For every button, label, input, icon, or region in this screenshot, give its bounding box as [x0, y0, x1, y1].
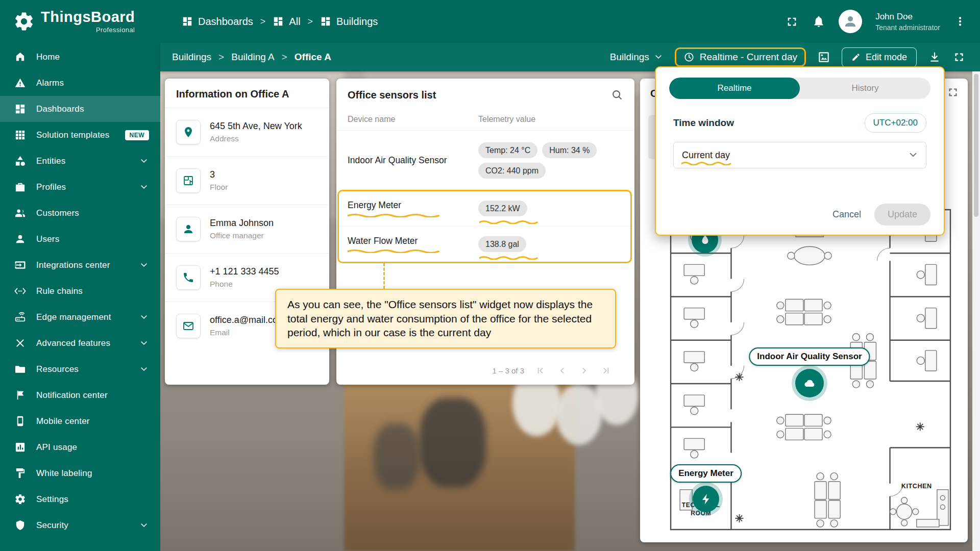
table-row-energy-meter[interactable]: Energy Meter 152.2 kW: [336, 191, 634, 227]
sidebar-item-api-usage[interactable]: API usage: [0, 434, 160, 460]
cancel-button[interactable]: Cancel: [824, 204, 869, 225]
user-role: Tenant administrator: [875, 23, 940, 32]
energy-meter-marker[interactable]: [693, 486, 719, 512]
edit-mode-button[interactable]: Edit mode: [842, 47, 917, 67]
phone-icon: [176, 265, 201, 290]
sidebar-item-advanced-features[interactable]: Advanced features: [0, 330, 160, 356]
more-menu-button[interactable]: [953, 15, 967, 28]
dashboard-crumb-buildings[interactable]: Buildings: [172, 52, 211, 63]
info-label: Office manager: [210, 231, 274, 240]
sidebar-item-users[interactable]: Users: [0, 226, 160, 252]
energy-meter-map-label[interactable]: Energy Meter: [670, 464, 742, 483]
info-value: Emma Johnson: [210, 218, 274, 229]
toolbar-actions: Buildings Realtime - Current day Edit mo…: [610, 47, 966, 67]
sidebar-item-integrations-center[interactable]: Integrations center: [0, 252, 160, 278]
widget-fullscreen-button[interactable]: [946, 86, 960, 99]
rule-chains-icon: [14, 285, 26, 297]
tutorial-squiggle: [348, 248, 442, 253]
timewindow-button[interactable]: Realtime - Current day: [675, 47, 806, 67]
sidebar-item-edge-management[interactable]: Edge management: [0, 304, 160, 330]
image-icon: [817, 51, 830, 64]
info-row-address: 645 5th Ave, New York Address: [165, 108, 329, 156]
chevron-down-icon: [139, 182, 149, 192]
mobile-phone-icon: [14, 415, 26, 427]
floor-plan-icon: [176, 168, 201, 193]
notifications-button[interactable]: [812, 15, 825, 28]
sidebar-item-customers[interactable]: Customers: [0, 200, 160, 226]
breadcrumb-dashboards[interactable]: Dashboards: [182, 16, 253, 28]
sidebar-item-label: Customers: [36, 208, 149, 218]
brand-text: ThingsBoard Professional: [41, 10, 135, 34]
tab-realtime[interactable]: Realtime: [669, 78, 800, 99]
telemetry-chips: Temp: 24 °C Hum: 34 % CO2: 440 ppm: [478, 142, 623, 179]
info-label: Email: [210, 328, 285, 337]
dashboards-icon: [14, 103, 26, 115]
device-name: Water Flow Meter: [348, 236, 478, 246]
vertical-scrollbar[interactable]: [972, 71, 980, 551]
sidebar-item-rule-chains[interactable]: Rule chains: [0, 278, 160, 304]
sidebar-item-mobile-center[interactable]: Mobile center: [0, 408, 160, 434]
clock-icon: [683, 52, 695, 63]
dashboard-fullscreen-button[interactable]: [952, 51, 966, 64]
breadcrumb-all[interactable]: All: [273, 16, 300, 28]
tab-history[interactable]: History: [800, 78, 930, 99]
device-name: Indoor Air Quality Sensor: [348, 155, 478, 166]
sidebar-item-resources[interactable]: Resources: [0, 356, 160, 382]
interval-selected-value: Current day: [682, 150, 730, 161]
sidebar-item-profiles[interactable]: Profiles: [0, 174, 160, 200]
table-row-water-flow-meter[interactable]: Water Flow Meter 138.8 gal: [336, 227, 634, 262]
dashboard-crumb-building-a[interactable]: Building A: [231, 52, 275, 63]
sidebar-item-entities[interactable]: Entities: [0, 148, 160, 174]
breadcrumb-separator: >: [282, 52, 287, 63]
sidebar-item-settings[interactable]: Settings: [0, 486, 160, 512]
next-page-button[interactable]: [578, 365, 590, 377]
breadcrumb-label: All: [289, 16, 300, 28]
sidebar-item-home[interactable]: Home: [0, 44, 160, 70]
air-quality-sensor-map-label[interactable]: Indoor Air Quality Sensor: [749, 347, 870, 366]
last-page-button[interactable]: [600, 365, 612, 377]
sidebar-item-label: Security: [36, 520, 139, 531]
prev-page-icon: [556, 365, 568, 377]
info-row-text: office.a@mail.com Email: [210, 315, 285, 337]
export-download-button[interactable]: [928, 51, 941, 64]
air-quality-sensor-marker[interactable]: [795, 369, 824, 397]
sidebar-item-alarms[interactable]: Alarms: [0, 70, 160, 96]
fullscreen-icon: [946, 86, 960, 99]
first-page-button[interactable]: [534, 365, 546, 377]
scrollbar-thumb[interactable]: [974, 74, 978, 217]
sidebar-item-notification-center[interactable]: Notification center: [0, 382, 160, 408]
sidebar-item-white-labeling[interactable]: White labeling: [0, 460, 160, 486]
new-badge: NEW: [125, 130, 150, 140]
plant-mark: [735, 514, 743, 522]
sidebar-item-label: Integrations center: [36, 260, 139, 270]
avatar[interactable]: [839, 10, 862, 33]
timezone-chip[interactable]: UTC+02:00: [865, 113, 926, 133]
fullscreen-button[interactable]: [785, 15, 799, 29]
pagination-range: 1 – 3 of 3: [492, 366, 524, 375]
sidebar-item-dashboards[interactable]: Dashboards: [0, 96, 160, 122]
timewindow-tabs: Realtime History: [669, 78, 930, 99]
entities-category-icon: [14, 155, 26, 167]
tutorial-callout: As you can see, the "Office sensors list…: [275, 289, 616, 348]
update-button[interactable]: Update: [874, 204, 930, 226]
sidebar-item-label: Advanced features: [36, 338, 139, 348]
search-button[interactable]: [611, 89, 623, 101]
entity-state-select[interactable]: Buildings: [610, 52, 664, 63]
info-label: Address: [210, 134, 302, 143]
sidebar-item-security[interactable]: Security: [0, 512, 160, 538]
telemetry-chip-temp: Temp: 24 °C: [478, 142, 537, 158]
interval-select[interactable]: Current day: [673, 142, 926, 168]
breadcrumb-buildings[interactable]: Buildings: [320, 16, 378, 28]
sidebar-item-label: Solution templates: [36, 130, 125, 140]
dashboard-image-button[interactable]: [817, 51, 830, 64]
brand-logo[interactable]: ThingsBoard Professional: [13, 10, 182, 34]
sidebar-item-solution-templates[interactable]: Solution templatesNEW: [0, 122, 160, 148]
chevron-down-icon: [139, 156, 149, 166]
bell-icon: [812, 15, 825, 28]
column-device-name: Device name: [348, 115, 478, 124]
dashboards-icon: [273, 16, 284, 27]
person-icon: [843, 14, 858, 29]
search-icon: [611, 89, 623, 101]
table-row-air-quality[interactable]: Indoor Air Quality Sensor Temp: 24 °C Hu…: [336, 131, 634, 191]
prev-page-button[interactable]: [556, 365, 568, 377]
